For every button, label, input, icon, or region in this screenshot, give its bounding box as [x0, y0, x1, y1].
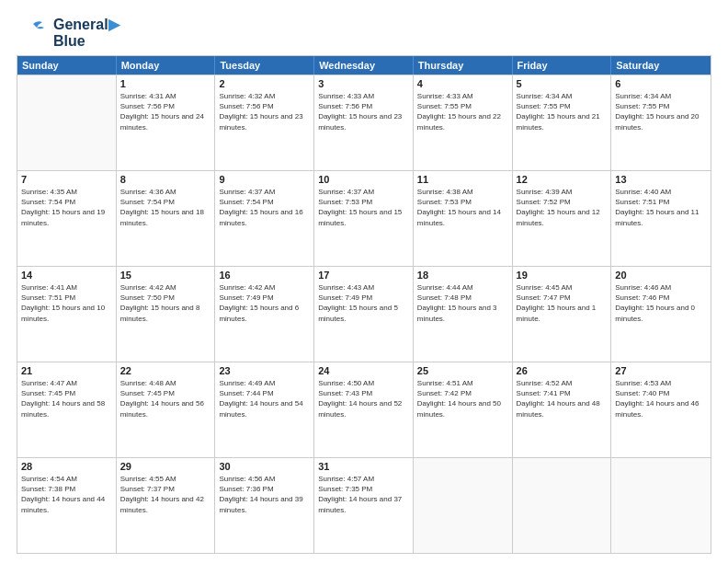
day-number: 10 — [318, 174, 409, 185]
header-day-friday: Friday — [513, 56, 612, 75]
header-day-sunday: Sunday — [17, 56, 117, 75]
cell-info: Sunrise: 4:57 AM Sunset: 7:35 PM Dayligh… — [318, 474, 409, 515]
day-number: 25 — [417, 365, 508, 376]
calendar-cell: 11Sunrise: 4:38 AM Sunset: 7:53 PM Dayli… — [414, 171, 513, 266]
cell-info: Sunrise: 4:36 AM Sunset: 7:54 PM Dayligh… — [120, 187, 211, 228]
calendar-cell — [513, 458, 612, 553]
calendar-cell: 4Sunrise: 4:33 AM Sunset: 7:55 PM Daylig… — [414, 75, 513, 170]
svg-rect-0 — [17, 17, 50, 50]
calendar-cell: 21Sunrise: 4:47 AM Sunset: 7:45 PM Dayli… — [17, 362, 117, 457]
calendar-cell: 6Sunrise: 4:34 AM Sunset: 7:55 PM Daylig… — [611, 75, 711, 170]
calendar-cell: 30Sunrise: 4:56 AM Sunset: 7:36 PM Dayli… — [215, 458, 314, 553]
day-number: 1 — [120, 78, 211, 89]
cell-info: Sunrise: 4:37 AM Sunset: 7:54 PM Dayligh… — [219, 187, 310, 228]
day-number: 30 — [219, 461, 310, 472]
calendar-cell: 13Sunrise: 4:40 AM Sunset: 7:51 PM Dayli… — [611, 171, 711, 266]
cell-info: Sunrise: 4:39 AM Sunset: 7:52 PM Dayligh… — [517, 187, 608, 228]
calendar-cell: 14Sunrise: 4:41 AM Sunset: 7:51 PM Dayli… — [17, 267, 117, 362]
calendar-cell: 20Sunrise: 4:46 AM Sunset: 7:46 PM Dayli… — [611, 267, 711, 362]
day-number: 26 — [517, 365, 608, 376]
header-day-thursday: Thursday — [414, 56, 513, 75]
calendar-cell: 26Sunrise: 4:52 AM Sunset: 7:41 PM Dayli… — [513, 362, 612, 457]
day-number: 12 — [517, 174, 608, 185]
calendar-cell: 27Sunrise: 4:53 AM Sunset: 7:40 PM Dayli… — [611, 362, 711, 457]
cell-info: Sunrise: 4:44 AM Sunset: 7:48 PM Dayligh… — [417, 282, 508, 324]
header-day-tuesday: Tuesday — [215, 56, 314, 75]
calendar-cell: 5Sunrise: 4:34 AM Sunset: 7:55 PM Daylig… — [513, 75, 612, 170]
header-day-monday: Monday — [117, 56, 216, 75]
calendar-row-3: 21Sunrise: 4:47 AM Sunset: 7:45 PM Dayli… — [17, 362, 711, 457]
logo: General▶ Blue — [17, 17, 119, 50]
calendar-body: 1Sunrise: 4:31 AM Sunset: 7:56 PM Daylig… — [17, 75, 711, 553]
calendar-cell — [414, 458, 513, 553]
day-number: 2 — [219, 78, 310, 89]
calendar-row-1: 7Sunrise: 4:35 AM Sunset: 7:54 PM Daylig… — [17, 170, 711, 266]
day-number: 15 — [120, 270, 211, 281]
calendar-row-4: 28Sunrise: 4:54 AM Sunset: 7:38 PM Dayli… — [17, 457, 711, 553]
logo-text: General▶ Blue — [53, 17, 119, 49]
calendar-cell: 22Sunrise: 4:48 AM Sunset: 7:45 PM Dayli… — [117, 362, 216, 457]
calendar-cell: 23Sunrise: 4:49 AM Sunset: 7:44 PM Dayli… — [215, 362, 314, 457]
cell-info: Sunrise: 4:55 AM Sunset: 7:37 PM Dayligh… — [120, 474, 211, 515]
day-number: 18 — [417, 270, 508, 281]
day-number: 4 — [417, 78, 508, 89]
cell-info: Sunrise: 4:43 AM Sunset: 7:49 PM Dayligh… — [318, 282, 409, 324]
day-number: 20 — [615, 270, 707, 281]
day-number: 3 — [318, 78, 409, 89]
cell-info: Sunrise: 4:53 AM Sunset: 7:40 PM Dayligh… — [615, 378, 707, 419]
cell-info: Sunrise: 4:50 AM Sunset: 7:43 PM Dayligh… — [318, 378, 409, 419]
calendar-cell: 29Sunrise: 4:55 AM Sunset: 7:37 PM Dayli… — [117, 458, 216, 553]
cell-info: Sunrise: 4:42 AM Sunset: 7:50 PM Dayligh… — [120, 282, 211, 324]
cell-info: Sunrise: 4:41 AM Sunset: 7:51 PM Dayligh… — [21, 282, 112, 324]
calendar-cell: 9Sunrise: 4:37 AM Sunset: 7:54 PM Daylig… — [215, 171, 314, 266]
calendar-cell: 18Sunrise: 4:44 AM Sunset: 7:48 PM Dayli… — [414, 267, 513, 362]
cell-info: Sunrise: 4:46 AM Sunset: 7:46 PM Dayligh… — [615, 282, 707, 324]
calendar-cell: 7Sunrise: 4:35 AM Sunset: 7:54 PM Daylig… — [17, 171, 117, 266]
cell-info: Sunrise: 4:52 AM Sunset: 7:41 PM Dayligh… — [517, 378, 608, 419]
day-number: 21 — [21, 365, 112, 376]
cell-info: Sunrise: 4:45 AM Sunset: 7:47 PM Dayligh… — [517, 282, 608, 324]
day-number: 5 — [517, 78, 608, 89]
calendar-cell: 8Sunrise: 4:36 AM Sunset: 7:54 PM Daylig… — [117, 171, 216, 266]
header: General▶ Blue — [17, 17, 711, 50]
cell-info: Sunrise: 4:47 AM Sunset: 7:45 PM Dayligh… — [21, 378, 112, 419]
cell-info: Sunrise: 4:34 AM Sunset: 7:55 PM Dayligh… — [615, 91, 707, 132]
day-number: 11 — [417, 174, 508, 185]
calendar-cell — [17, 75, 117, 170]
calendar-cell: 24Sunrise: 4:50 AM Sunset: 7:43 PM Dayli… — [314, 362, 414, 457]
day-number: 31 — [318, 461, 409, 472]
cell-info: Sunrise: 4:32 AM Sunset: 7:56 PM Dayligh… — [219, 91, 310, 132]
logo-icon — [17, 17, 50, 50]
cell-info: Sunrise: 4:42 AM Sunset: 7:49 PM Dayligh… — [219, 282, 310, 324]
day-number: 16 — [219, 270, 310, 281]
day-number: 22 — [120, 365, 211, 376]
cell-info: Sunrise: 4:54 AM Sunset: 7:38 PM Dayligh… — [21, 474, 112, 515]
calendar-cell: 1Sunrise: 4:31 AM Sunset: 7:56 PM Daylig… — [117, 75, 216, 170]
day-number: 9 — [219, 174, 310, 185]
calendar-cell: 3Sunrise: 4:33 AM Sunset: 7:56 PM Daylig… — [314, 75, 414, 170]
cell-info: Sunrise: 4:40 AM Sunset: 7:51 PM Dayligh… — [615, 187, 707, 228]
calendar-cell: 17Sunrise: 4:43 AM Sunset: 7:49 PM Dayli… — [314, 267, 414, 362]
day-number: 14 — [21, 270, 112, 281]
calendar-cell: 15Sunrise: 4:42 AM Sunset: 7:50 PM Dayli… — [117, 267, 216, 362]
page: General▶ Blue SundayMondayTuesdayWednesd… — [0, 0, 728, 563]
calendar-cell — [611, 458, 711, 553]
cell-info: Sunrise: 4:48 AM Sunset: 7:45 PM Dayligh… — [120, 378, 211, 419]
cell-info: Sunrise: 4:56 AM Sunset: 7:36 PM Dayligh… — [219, 474, 310, 515]
cell-info: Sunrise: 4:31 AM Sunset: 7:56 PM Dayligh… — [120, 91, 211, 132]
calendar: SundayMondayTuesdayWednesdayThursdayFrid… — [17, 55, 711, 554]
day-number: 6 — [615, 78, 707, 89]
day-number: 28 — [21, 461, 112, 472]
day-number: 29 — [120, 461, 211, 472]
header-day-saturday: Saturday — [611, 56, 711, 75]
day-number: 7 — [21, 174, 112, 185]
calendar-row-0: 1Sunrise: 4:31 AM Sunset: 7:56 PM Daylig… — [17, 75, 711, 170]
cell-info: Sunrise: 4:51 AM Sunset: 7:42 PM Dayligh… — [417, 378, 508, 419]
calendar-cell: 10Sunrise: 4:37 AM Sunset: 7:53 PM Dayli… — [314, 171, 414, 266]
calendar-cell: 12Sunrise: 4:39 AM Sunset: 7:52 PM Dayli… — [513, 171, 612, 266]
calendar-header: SundayMondayTuesdayWednesdayThursdayFrid… — [17, 56, 711, 75]
day-number: 19 — [517, 270, 608, 281]
calendar-row-2: 14Sunrise: 4:41 AM Sunset: 7:51 PM Dayli… — [17, 266, 711, 362]
cell-info: Sunrise: 4:35 AM Sunset: 7:54 PM Dayligh… — [21, 187, 112, 228]
calendar-cell: 25Sunrise: 4:51 AM Sunset: 7:42 PM Dayli… — [414, 362, 513, 457]
